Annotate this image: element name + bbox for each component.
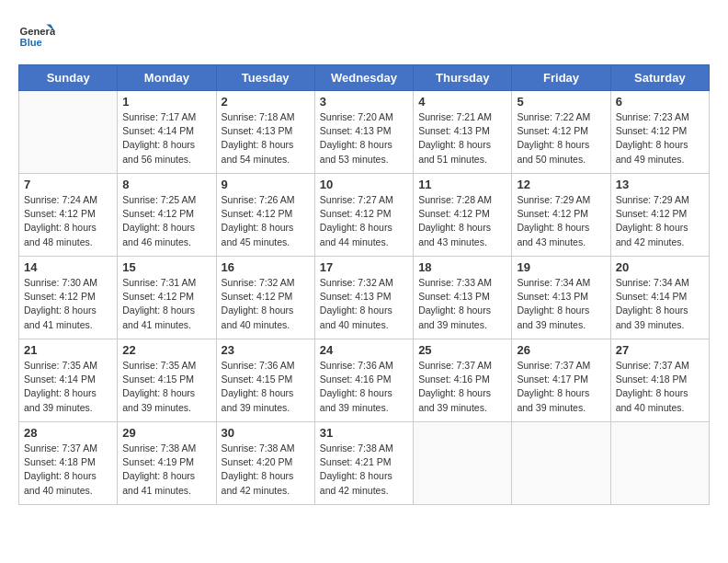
calendar-cell: 19Sunrise: 7:34 AM Sunset: 4:13 PM Dayli… [512, 257, 610, 339]
calendar-cell [512, 422, 610, 505]
week-row-1: 1Sunrise: 7:17 AM Sunset: 4:14 PM Daylig… [19, 91, 710, 174]
day-info: Sunrise: 7:29 AM Sunset: 4:12 PM Dayligh… [616, 193, 704, 249]
day-info: Sunrise: 7:36 AM Sunset: 4:15 PM Dayligh… [222, 359, 310, 415]
day-number: 12 [517, 178, 605, 191]
calendar-cell: 30Sunrise: 7:38 AM Sunset: 4:20 PM Dayli… [216, 422, 314, 505]
column-header-monday: Monday [118, 65, 216, 91]
calendar-cell: 21Sunrise: 7:35 AM Sunset: 4:14 PM Dayli… [19, 339, 118, 422]
day-info: Sunrise: 7:37 AM Sunset: 4:16 PM Dayligh… [418, 359, 506, 415]
day-info: Sunrise: 7:18 AM Sunset: 4:13 PM Dayligh… [222, 110, 310, 167]
calendar-cell: 1Sunrise: 7:17 AM Sunset: 4:14 PM Daylig… [118, 91, 216, 174]
calendar-cell: 5Sunrise: 7:22 AM Sunset: 4:12 PM Daylig… [512, 91, 610, 174]
week-row-3: 14Sunrise: 7:30 AM Sunset: 4:12 PM Dayli… [19, 257, 710, 339]
calendar-cell: 25Sunrise: 7:37 AM Sunset: 4:16 PM Dayli… [414, 339, 512, 422]
week-row-5: 28Sunrise: 7:37 AM Sunset: 4:18 PM Dayli… [19, 422, 710, 505]
day-number: 11 [418, 178, 506, 191]
calendar-cell: 13Sunrise: 7:29 AM Sunset: 4:12 PM Dayli… [610, 174, 709, 257]
day-info: Sunrise: 7:32 AM Sunset: 4:12 PM Dayligh… [222, 276, 310, 332]
day-number: 17 [320, 260, 408, 274]
calendar-cell: 29Sunrise: 7:38 AM Sunset: 4:19 PM Dayli… [118, 422, 216, 505]
day-number: 1 [122, 95, 210, 109]
logo: General Blue [18, 18, 33, 55]
day-info: Sunrise: 7:34 AM Sunset: 4:13 PM Dayligh… [517, 276, 605, 332]
calendar-cell: 16Sunrise: 7:32 AM Sunset: 4:12 PM Dayli… [216, 257, 314, 339]
day-number: 19 [517, 260, 605, 274]
calendar-cell: 9Sunrise: 7:26 AM Sunset: 4:12 PM Daylig… [216, 174, 314, 257]
day-info: Sunrise: 7:33 AM Sunset: 4:13 PM Dayligh… [418, 276, 506, 332]
day-info: Sunrise: 7:34 AM Sunset: 4:14 PM Dayligh… [616, 276, 704, 332]
day-number: 5 [517, 95, 605, 109]
day-number: 18 [418, 260, 506, 274]
day-number: 28 [24, 426, 112, 440]
day-number: 7 [24, 178, 112, 191]
day-number: 2 [222, 95, 310, 109]
svg-text:Blue: Blue [20, 37, 42, 48]
calendar-cell [610, 422, 709, 505]
column-header-sunday: Sunday [19, 65, 118, 91]
day-number: 27 [616, 343, 704, 357]
day-number: 31 [320, 426, 408, 440]
day-number: 8 [122, 178, 210, 191]
calendar-cell: 20Sunrise: 7:34 AM Sunset: 4:14 PM Dayli… [610, 257, 709, 339]
calendar-cell: 10Sunrise: 7:27 AM Sunset: 4:12 PM Dayli… [314, 174, 413, 257]
calendar-cell: 17Sunrise: 7:32 AM Sunset: 4:13 PM Dayli… [314, 257, 413, 339]
day-info: Sunrise: 7:28 AM Sunset: 4:12 PM Dayligh… [418, 193, 506, 249]
calendar-cell: 12Sunrise: 7:29 AM Sunset: 4:12 PM Dayli… [512, 174, 610, 257]
day-number: 16 [222, 260, 310, 274]
calendar-body: 1Sunrise: 7:17 AM Sunset: 4:14 PM Daylig… [19, 91, 710, 505]
calendar-table: SundayMondayTuesdayWednesdayThursdayFrid… [18, 64, 710, 505]
calendar-cell: 18Sunrise: 7:33 AM Sunset: 4:13 PM Dayli… [414, 257, 512, 339]
day-info: Sunrise: 7:36 AM Sunset: 4:16 PM Dayligh… [320, 359, 408, 415]
day-number: 30 [222, 426, 310, 440]
calendar-cell: 6Sunrise: 7:23 AM Sunset: 4:12 PM Daylig… [610, 91, 709, 174]
column-header-tuesday: Tuesday [216, 65, 314, 91]
column-header-thursday: Thursday [414, 65, 512, 91]
page-header: General Blue [18, 18, 710, 55]
day-number: 20 [616, 260, 704, 274]
day-info: Sunrise: 7:24 AM Sunset: 4:12 PM Dayligh… [24, 193, 112, 249]
day-info: Sunrise: 7:30 AM Sunset: 4:12 PM Dayligh… [24, 276, 112, 332]
day-number: 25 [418, 343, 506, 357]
day-info: Sunrise: 7:21 AM Sunset: 4:13 PM Dayligh… [418, 110, 506, 167]
calendar-cell: 4Sunrise: 7:21 AM Sunset: 4:13 PM Daylig… [414, 91, 512, 174]
day-info: Sunrise: 7:25 AM Sunset: 4:12 PM Dayligh… [122, 193, 210, 249]
calendar-cell: 24Sunrise: 7:36 AM Sunset: 4:16 PM Dayli… [314, 339, 413, 422]
week-row-4: 21Sunrise: 7:35 AM Sunset: 4:14 PM Dayli… [19, 339, 710, 422]
day-info: Sunrise: 7:35 AM Sunset: 4:15 PM Dayligh… [122, 359, 210, 415]
calendar-cell: 11Sunrise: 7:28 AM Sunset: 4:12 PM Dayli… [414, 174, 512, 257]
calendar-cell: 22Sunrise: 7:35 AM Sunset: 4:15 PM Dayli… [118, 339, 216, 422]
day-number: 24 [320, 343, 408, 357]
calendar-cell: 26Sunrise: 7:37 AM Sunset: 4:17 PM Dayli… [512, 339, 610, 422]
day-number: 14 [24, 260, 112, 274]
day-number: 21 [24, 343, 112, 357]
calendar-cell: 8Sunrise: 7:25 AM Sunset: 4:12 PM Daylig… [118, 174, 216, 257]
day-number: 4 [418, 95, 506, 109]
day-info: Sunrise: 7:23 AM Sunset: 4:12 PM Dayligh… [616, 110, 704, 167]
day-number: 22 [122, 343, 210, 357]
week-row-2: 7Sunrise: 7:24 AM Sunset: 4:12 PM Daylig… [19, 174, 710, 257]
calendar-cell: 27Sunrise: 7:37 AM Sunset: 4:18 PM Dayli… [610, 339, 709, 422]
day-info: Sunrise: 7:35 AM Sunset: 4:14 PM Dayligh… [24, 359, 112, 415]
day-number: 9 [222, 178, 310, 191]
calendar-cell: 28Sunrise: 7:37 AM Sunset: 4:18 PM Dayli… [19, 422, 118, 505]
calendar-cell [19, 91, 118, 174]
calendar-cell: 2Sunrise: 7:18 AM Sunset: 4:13 PM Daylig… [216, 91, 314, 174]
day-info: Sunrise: 7:38 AM Sunset: 4:20 PM Dayligh… [222, 442, 310, 498]
day-number: 6 [616, 95, 704, 109]
day-number: 13 [616, 178, 704, 191]
day-info: Sunrise: 7:31 AM Sunset: 4:12 PM Dayligh… [122, 276, 210, 332]
day-info: Sunrise: 7:29 AM Sunset: 4:12 PM Dayligh… [517, 193, 605, 249]
day-info: Sunrise: 7:38 AM Sunset: 4:21 PM Dayligh… [320, 442, 408, 498]
day-info: Sunrise: 7:27 AM Sunset: 4:12 PM Dayligh… [320, 193, 408, 249]
day-info: Sunrise: 7:37 AM Sunset: 4:18 PM Dayligh… [616, 359, 704, 415]
day-number: 10 [320, 178, 408, 191]
day-number: 26 [517, 343, 605, 357]
day-info: Sunrise: 7:32 AM Sunset: 4:13 PM Dayligh… [320, 276, 408, 332]
day-info: Sunrise: 7:37 AM Sunset: 4:17 PM Dayligh… [517, 359, 605, 415]
day-info: Sunrise: 7:38 AM Sunset: 4:19 PM Dayligh… [122, 442, 210, 498]
calendar-cell: 14Sunrise: 7:30 AM Sunset: 4:12 PM Dayli… [19, 257, 118, 339]
day-number: 15 [122, 260, 210, 274]
day-number: 23 [222, 343, 310, 357]
calendar-cell: 3Sunrise: 7:20 AM Sunset: 4:13 PM Daylig… [314, 91, 413, 174]
day-info: Sunrise: 7:20 AM Sunset: 4:13 PM Dayligh… [320, 110, 408, 167]
